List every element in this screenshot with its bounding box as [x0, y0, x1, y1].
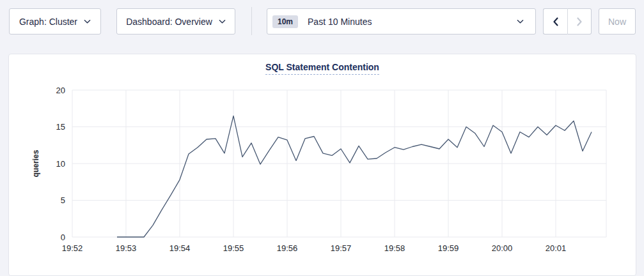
svg-text:15: 15	[56, 122, 65, 132]
chart-title[interactable]: SQL Statement Contention	[265, 62, 379, 75]
svg-text:0: 0	[61, 233, 65, 242]
svg-text:19:58: 19:58	[384, 243, 405, 253]
chart-panel: SQL Statement Contention 0510152019:5219…	[8, 54, 636, 276]
svg-text:19:57: 19:57	[331, 243, 352, 253]
time-window-badge: 10m	[272, 15, 298, 28]
graph-selector-dropdown[interactable]: Graph: Cluster	[9, 8, 101, 34]
svg-text:5: 5	[61, 195, 65, 205]
chevron-left-icon	[548, 14, 563, 29]
time-back-button[interactable]	[543, 8, 567, 34]
svg-text:10: 10	[56, 159, 65, 169]
time-range-dropdown[interactable]: 10m Past 10 Minutes	[267, 8, 536, 34]
svg-text:19:59: 19:59	[438, 243, 459, 253]
svg-text:20:00: 20:00	[492, 243, 513, 253]
svg-text:20: 20	[56, 86, 65, 95]
svg-text:19:55: 19:55	[223, 243, 244, 253]
graph-selector-label: Graph: Cluster	[19, 17, 77, 27]
chevron-down-icon	[84, 19, 91, 24]
chevron-down-icon	[517, 19, 524, 24]
chart-title-row: SQL Statement Contention	[9, 61, 636, 75]
svg-text:19:53: 19:53	[116, 243, 137, 253]
now-button[interactable]: Now	[599, 8, 636, 34]
toolbar-divider	[251, 7, 252, 35]
time-nav-group	[543, 8, 592, 34]
time-window-label: Past 10 Minutes	[308, 17, 372, 27]
svg-text:19:56: 19:56	[277, 243, 298, 253]
svg-text:queries: queries	[31, 150, 40, 177]
toolbar: Graph: Cluster Dashboard: Overview 10m P…	[0, 8, 644, 34]
sql-statement-contention-chart[interactable]: 0510152019:5219:5319:5419:5519:5619:5719…	[9, 79, 637, 259]
svg-text:19:54: 19:54	[169, 243, 191, 253]
dashboard-selector-dropdown[interactable]: Dashboard: Overview	[116, 8, 235, 34]
chevron-down-icon	[219, 19, 226, 24]
svg-text:20:01: 20:01	[546, 243, 567, 253]
svg-text:19:52: 19:52	[62, 243, 83, 253]
chevron-right-icon	[572, 14, 587, 29]
dashboard-selector-label: Dashboard: Overview	[126, 17, 212, 27]
time-forward-button[interactable]	[567, 8, 592, 34]
